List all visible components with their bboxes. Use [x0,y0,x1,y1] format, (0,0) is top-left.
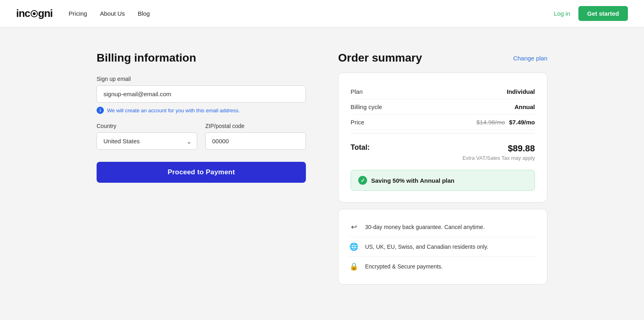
country-select[interactable]: United States United Kingdom Canada Germ… [97,132,197,150]
navbar-actions: Log in Get started [554,6,628,21]
trust-residents-text: US, UK, EU, Swiss, and Canadian resident… [365,244,488,250]
total-row: Total: $89.88 Extra VAT/Sales Tax may ap… [351,137,535,163]
secure-icon: 🔒 [348,261,359,272]
order-card: Plan Individual Billing cycle Annual Pri… [338,72,547,202]
price-label: Price [351,119,364,126]
order-section: Order summary Change plan Plan Individua… [338,52,547,285]
change-plan-button[interactable]: Change plan [513,55,547,62]
trust-item-refund: ↩ 30-day money back guarantee. Cancel an… [348,217,537,237]
saving-banner: ✓ Saving 50% with Annual plan [351,170,535,191]
billing-cycle-label: Billing cycle [351,103,382,110]
divider [351,133,535,134]
order-heading: Order summary [338,52,422,64]
nav-about-us[interactable]: About Us [100,10,125,17]
email-info-text: We will create an account for you with t… [107,107,240,114]
billing-cycle-row: Billing cycle Annual [351,99,535,115]
price-new: $7.49/mo [509,119,535,126]
total-amount: $89.88 [462,143,535,154]
get-started-button[interactable]: Get started [578,6,628,21]
logo[interactable]: incgni [16,7,53,20]
total-label: Total: [351,143,370,152]
refund-icon: ↩ [348,221,359,233]
trust-item-residents: 🌐 US, UK, EU, Swiss, and Canadian reside… [348,237,537,257]
plan-label: Plan [351,88,363,95]
info-icon: i [97,107,104,114]
billing-section: Billing information Sign up email i We w… [97,52,306,285]
trust-refund-text: 30-day money back guarantee. Cancel anyt… [365,224,485,230]
billing-heading: Billing information [97,52,306,64]
globe-icon: 🌐 [348,241,359,252]
login-button[interactable]: Log in [554,10,570,17]
logo-eye-icon [31,10,38,17]
check-icon: ✓ [358,176,367,185]
main-content: Billing information Sign up email i We w… [80,27,564,309]
plan-value: Individual [507,88,535,95]
proceed-to-payment-button[interactable]: Proceed to Payment [97,162,306,183]
nav-links: Pricing About Us Blog [69,10,554,17]
zip-input[interactable] [205,132,306,150]
email-info-message: i We will create an account for you with… [97,107,306,114]
trust-card: ↩ 30-day money back guarantee. Cancel an… [338,209,547,285]
price-row: Price $14.98/mo $7.49/mo [351,115,535,130]
trust-secure-text: Encrypted & Secure payments. [365,263,443,270]
nav-pricing[interactable]: Pricing [69,10,87,17]
country-field: Country United States United Kingdom Can… [97,123,197,150]
email-label: Sign up email [97,76,306,82]
price-value: $14.98/mo $7.49/mo [477,119,535,126]
country-label: Country [97,123,197,129]
email-input[interactable] [97,85,306,103]
country-zip-row: Country United States United Kingdom Can… [97,123,306,150]
plan-row: Plan Individual [351,84,535,99]
zip-field: ZIP/postal code [205,123,306,150]
nav-blog[interactable]: Blog [138,10,150,17]
price-old: $14.98/mo [477,119,505,126]
vat-note: Extra VAT/Sales Tax may apply [462,155,535,161]
saving-text: Saving 50% with Annual plan [371,177,454,184]
billing-cycle-value: Annual [514,103,535,110]
order-header: Order summary Change plan [338,52,547,64]
trust-item-secure: 🔒 Encrypted & Secure payments. [348,257,537,276]
navbar: incgni Pricing About Us Blog Log in Get … [0,0,644,27]
total-right: $89.88 Extra VAT/Sales Tax may apply [462,143,535,161]
country-select-wrapper: United States United Kingdom Canada Germ… [97,132,197,150]
zip-label: ZIP/postal code [205,123,306,129]
